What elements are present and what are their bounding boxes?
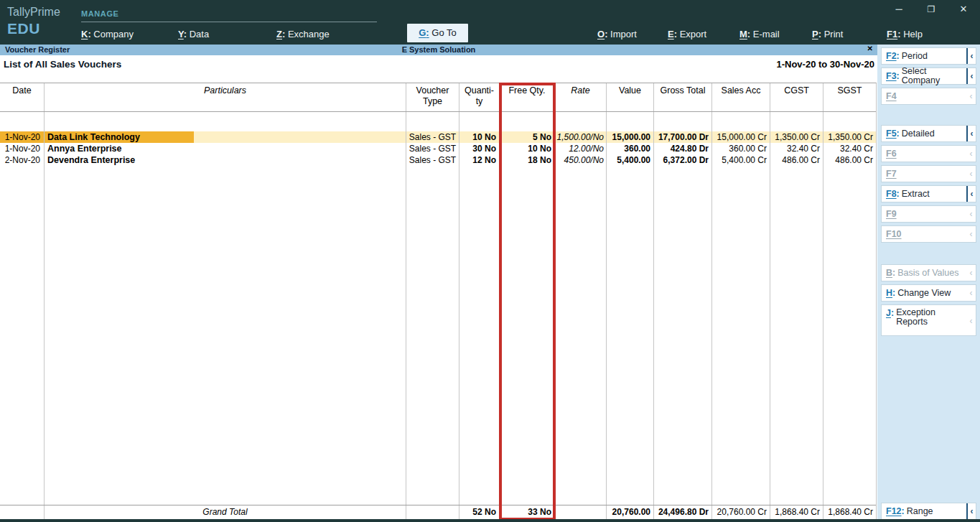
sidebar-button-f6: F6 ‹: [881, 145, 976, 162]
report-title-bar: Voucher Register E System Soluation ✕: [0, 45, 877, 55]
tallyprime-window: TallyPrime EDU MANAGE K: Company Y: Data…: [0, 0, 980, 522]
manage-underline: [81, 22, 377, 22]
top-menu-bar: TallyPrime EDU MANAGE K: Company Y: Data…: [0, 0, 980, 45]
col-header-sgst: SGST: [823, 83, 876, 111]
sidebar-button-select-company[interactable]: F3: Select Company ‹: [881, 67, 976, 85]
col-header-date: Date: [0, 83, 45, 111]
grand-total-value: 20,760.00: [607, 505, 654, 519]
table-row[interactable]: 2-Nov-20 Devendra Enterprise Sales - GST…: [0, 154, 876, 166]
chevron-left-icon: ‹: [966, 503, 976, 519]
table-empty-area: [0, 166, 876, 505]
report-header: List of All Sales Vouchers 1-Nov-20 to 3…: [0, 55, 877, 83]
sidebar-button-f9: F9 ‹: [881, 205, 976, 223]
chevron-left-icon: ‹: [966, 206, 976, 222]
grand-total-free-qty: 33 No: [500, 505, 555, 519]
sidebar-button-f7: F7 ‹: [881, 165, 976, 182]
sidebar-button-range[interactable]: F12: Range ‹: [881, 503, 976, 520]
brand-tallyprime: TallyPrime: [7, 6, 60, 19]
menu-email[interactable]: M: E-mail: [739, 27, 780, 42]
col-header-quantity: Quanti- ty: [459, 83, 500, 111]
close-icon[interactable]: ✕: [954, 2, 973, 17]
table-row[interactable]: 1-Nov-20 Annya Enterprise Sales - GST 30…: [0, 143, 876, 154]
sidebar-button-detailed[interactable]: F5: Detailed ‹: [881, 125, 976, 142]
col-header-value: Value: [607, 83, 654, 111]
sidebar-button-basis-of-values: B: Basis of Values ‹: [881, 264, 976, 281]
chevron-left-icon: ‹: [966, 186, 976, 202]
table-header-row: Date Particulars Voucher Type Quanti- ty…: [0, 83, 876, 112]
chevron-left-icon: ‹: [966, 226, 976, 242]
chevron-left-icon: ‹: [966, 285, 976, 301]
right-button-panel: F2: Period ‹ F3: Select Company ‹ F4 ‹ F…: [877, 45, 980, 522]
chevron-left-icon: ‹: [966, 166, 976, 182]
col-header-voucher-type: Voucher Type: [406, 83, 459, 111]
grand-total-label: Grand Total: [45, 505, 406, 519]
col-header-cgst: CGST: [770, 83, 823, 111]
report-close-icon[interactable]: ✕: [867, 45, 873, 52]
menu-import[interactable]: O: Import: [597, 27, 637, 42]
grand-total-gross: 24,496.80 Dr: [654, 505, 712, 519]
col-header-gross-total: Gross Total: [654, 83, 712, 111]
minimize-icon[interactable]: ─: [890, 2, 908, 17]
menu-exchange[interactable]: Z: Exchange: [276, 27, 330, 42]
grand-total-row: Grand Total 52 No 33 No 20,760.00 24,496…: [0, 505, 876, 519]
restore-icon[interactable]: ❐: [922, 2, 941, 17]
table-row[interactable]: 1-Nov-20 Data Link Technology Sales - GS…: [0, 131, 876, 143]
brand-edu: EDU: [7, 20, 40, 37]
chevron-left-icon: ‹: [966, 48, 976, 64]
chevron-left-icon: ‹: [966, 126, 976, 141]
chevron-left-icon: ‹: [966, 68, 976, 84]
menu-export[interactable]: E: Export: [668, 27, 706, 42]
sidebar-button-f4: F4 ‹: [881, 88, 976, 105]
chevron-left-icon: ‹: [966, 265, 976, 281]
menu-help[interactable]: F1: Help: [887, 27, 923, 42]
col-header-rate: Rate: [555, 83, 607, 111]
chevron-left-icon: ‹: [966, 146, 976, 162]
grand-total-cgst: 1,868.40 Cr: [770, 505, 823, 519]
menu-go-to[interactable]: G: Go To: [407, 24, 468, 42]
sidebar-button-f10: F10 ‹: [881, 225, 976, 243]
grand-total-quantity: 52 No: [459, 505, 500, 519]
menu-data[interactable]: Y: Data: [178, 27, 209, 42]
grand-total-sgst: 1,868.40 Cr: [823, 505, 876, 519]
manage-section-label: MANAGE: [81, 9, 119, 18]
chevron-left-icon: ‹: [966, 308, 976, 335]
grand-total-sales-acc: 20,760.00 Cr: [712, 505, 770, 519]
page-title: List of All Sales Vouchers: [4, 59, 121, 70]
col-header-sales-acc: Sales Acc: [712, 83, 770, 111]
report-period[interactable]: 1-Nov-20 to 30-Nov-20: [776, 59, 874, 70]
menu-company[interactable]: K: Company: [81, 27, 134, 42]
table-spacer-row: [0, 112, 876, 131]
sidebar-button-extract[interactable]: F8: Extract ‹: [881, 185, 976, 202]
sidebar-button-exception-reports[interactable]: J: Exception Reports ‹: [881, 304, 976, 336]
sidebar-button-period[interactable]: F2: Period ‹: [881, 47, 976, 65]
col-header-particulars: Particulars: [45, 83, 406, 111]
chevron-left-icon: ‹: [966, 88, 976, 104]
bottom-edge-bar: [0, 519, 980, 522]
company-name: E System Soluation: [0, 45, 877, 54]
col-header-free-qty: Free Qty.: [500, 83, 555, 111]
menu-print[interactable]: P: Print: [812, 27, 843, 42]
voucher-table: Date Particulars Voucher Type Quanti- ty…: [0, 83, 877, 519]
sidebar-button-change-view[interactable]: H: Change View ‹: [881, 284, 976, 302]
